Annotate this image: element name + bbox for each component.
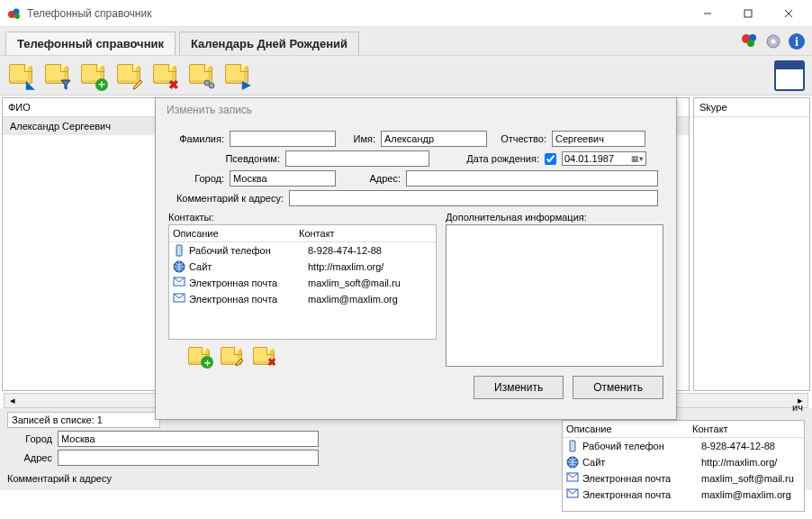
minimize-button[interactable]	[687, 1, 727, 26]
addr-comment-label: Комментарий к адресу	[7, 473, 112, 484]
name-input[interactable]	[381, 131, 487, 147]
svg-point-15	[209, 83, 214, 88]
phone-icon	[173, 244, 187, 257]
tool-search-icon[interactable]	[187, 62, 214, 89]
bg-trailing-text: ич	[792, 402, 803, 413]
svg-point-2	[14, 14, 20, 19]
calendar-icon[interactable]	[774, 60, 805, 91]
tool-export-icon[interactable]: ▶	[223, 62, 250, 89]
right-column-header: Skype	[694, 98, 809, 117]
edit-record-dialog: Изменить запись Фамилия: Имя: Отчество: …	[155, 97, 677, 420]
svg-rect-20	[176, 245, 182, 256]
address-label: Адрес	[7, 452, 52, 463]
tool-delete-icon[interactable]: ✖	[151, 62, 178, 89]
name-label: Имя:	[341, 133, 375, 144]
right-column: Skype	[693, 97, 810, 391]
tool-filter-icon[interactable]	[43, 62, 70, 89]
close-button[interactable]	[768, 1, 808, 26]
table-row[interactable]: Электронная почтаmaxlim@maxlim.org	[563, 487, 804, 503]
dialog-title: Изменить запись	[156, 98, 676, 122]
city-label: Город	[7, 433, 52, 444]
scroll-left-icon[interactable]: ◂	[5, 394, 20, 407]
globe-icon	[173, 260, 187, 273]
address-input-bg[interactable]	[58, 450, 319, 466]
table-row[interactable]: Рабочий телефон8-928-474-12-88	[169, 242, 436, 259]
extra-info-label: Дополнительная информация:	[446, 212, 663, 223]
globe-icon	[566, 456, 581, 469]
titlebar: Телефонный справочник	[0, 0, 812, 27]
svg-rect-4	[744, 10, 752, 17]
tab-birthdays[interactable]: Календарь Дней Рождений	[179, 32, 359, 55]
phone-icon	[566, 440, 581, 452]
city-input[interactable]	[230, 170, 336, 187]
gear-icon[interactable]	[763, 32, 783, 51]
bg-contacts-panel: Описание Контакт Рабочий телефон8-928-47…	[562, 420, 805, 512]
toolbar: ◣ ＋ ✖ ▶	[0, 56, 812, 96]
city-label2: Город:	[168, 173, 224, 184]
svg-point-9	[747, 40, 754, 47]
contact-add-icon[interactable]: ＋	[186, 345, 212, 367]
mail-icon	[566, 472, 581, 485]
app-icon	[7, 6, 22, 21]
tool-new-icon[interactable]: ◣	[7, 62, 34, 89]
patronymic-input[interactable]	[552, 131, 645, 147]
surname-label: Фамилия:	[168, 133, 224, 144]
contact-delete-icon[interactable]: ✖	[251, 345, 276, 367]
tool-edit-icon[interactable]	[115, 62, 142, 89]
addr-comment-label2: Комментарий к адресу:	[168, 193, 284, 204]
address-input[interactable]	[406, 170, 658, 187]
svg-rect-16	[570, 441, 575, 451]
ok-button[interactable]: Изменить	[474, 376, 564, 399]
table-row[interactable]: Сайтhttp://maxlim.org/	[563, 454, 804, 470]
bg-ct-hdr-desc: Описание	[566, 423, 692, 434]
bg-ct-hdr-contact: Контакт	[692, 423, 728, 434]
info-icon[interactable]: i	[787, 32, 807, 51]
surname-input[interactable]	[230, 131, 336, 147]
calendar-dropdown-icon[interactable]: ▦▾	[631, 154, 644, 163]
svg-point-11	[771, 39, 776, 43]
svg-text:i: i	[795, 35, 798, 49]
nickname-label: Псевдоним:	[168, 153, 280, 164]
window-title: Телефонный справочник	[27, 7, 687, 20]
ct-hdr-desc: Описание	[173, 228, 299, 239]
dob-label: Дата рождения:	[435, 153, 539, 164]
nickname-input[interactable]	[285, 150, 429, 167]
balloons-icon[interactable]	[740, 32, 760, 51]
ct-hdr-contact: Контакт	[299, 228, 335, 239]
mail-icon	[173, 293, 187, 305]
address-label2: Адрес:	[341, 173, 401, 184]
dob-input[interactable]: 04.01.1987	[564, 153, 631, 164]
table-row[interactable]: Сайтhttp://maxlim.org/	[169, 259, 436, 275]
mail-icon	[173, 277, 187, 289]
city-input-bg[interactable]	[58, 431, 319, 447]
table-row[interactable]: Рабочий телефон8-928-474-12-88	[563, 438, 804, 454]
contact-edit-icon[interactable]	[219, 345, 244, 367]
patronymic-label: Отчество:	[492, 133, 546, 144]
tab-bar: Телефонный справочник Календарь Дней Рож…	[0, 27, 812, 56]
table-row[interactable]: Электронная почтаmaxlim_soft@mail.ru	[563, 470, 804, 487]
extra-info-textarea[interactable]	[446, 224, 663, 367]
tool-add-icon[interactable]: ＋	[79, 62, 106, 89]
mail-icon	[566, 488, 581, 501]
addr-comment-input[interactable]	[289, 190, 658, 206]
dob-checkbox[interactable]	[545, 153, 556, 165]
maximize-button[interactable]	[727, 1, 768, 26]
tab-phonebook[interactable]: Телефонный справочник	[5, 32, 176, 55]
cancel-button[interactable]: Отменить	[573, 376, 663, 399]
contacts-label: Контакты:	[168, 212, 437, 223]
table-row[interactable]: Электронная почтаmaxlim@maxlim.org	[169, 291, 436, 307]
status-text: Записей в списке: 1	[7, 412, 160, 428]
table-row[interactable]: Электронная почтаmaxlim_soft@mail.ru	[169, 275, 436, 291]
